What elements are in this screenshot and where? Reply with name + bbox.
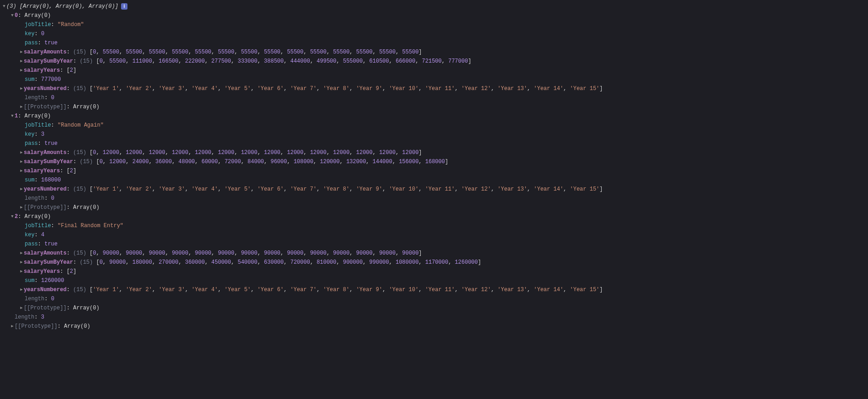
salaryyears-key: salaryYears bbox=[24, 66, 60, 75]
entry-header[interactable]: 0 : Array(0) bbox=[0, 11, 868, 20]
expand-toggle-icon[interactable] bbox=[19, 285, 24, 294]
salaryamounts-count: (15) bbox=[73, 48, 86, 57]
array-entry: 0 : Array(0) jobTitle : "Random" key : 0… bbox=[0, 11, 868, 112]
entry-type: Array(0) bbox=[25, 212, 51, 221]
yearsnumbered-row[interactable]: yearsNumbered : (15) ['Year 1', 'Year 2'… bbox=[0, 185, 868, 194]
yearsnumbered-key: yearsNumbered bbox=[24, 185, 67, 194]
prototype-label: [[Prototype]] bbox=[24, 303, 67, 313]
salarysumbyyear-row[interactable]: salarySumByYear : (15) [0, 90000, 180000… bbox=[0, 258, 868, 267]
salaryamounts-row[interactable]: salaryAmounts : (15) [0, 55500, 55500, 5… bbox=[0, 48, 868, 57]
salaryamounts-value: [0, 12000, 12000, 12000, 12000, 12000, 1… bbox=[90, 148, 422, 157]
pass-row: pass : true bbox=[0, 38, 868, 48]
expand-toggle-icon[interactable] bbox=[10, 322, 15, 331]
salaryyears-row[interactable]: salaryYears : [2] bbox=[0, 267, 868, 276]
salarysumbyyear-row[interactable]: salarySumByYear : (15) [0, 12000, 24000,… bbox=[0, 157, 868, 166]
expand-toggle-icon[interactable] bbox=[10, 112, 15, 121]
length-value: 0 bbox=[51, 194, 54, 203]
prototype-value: Array(0) bbox=[73, 203, 100, 212]
length-label: length bbox=[15, 313, 34, 322]
yearsnumbered-count: (15) bbox=[73, 84, 86, 93]
jobtitle-key: jobTitle bbox=[25, 121, 51, 130]
prototype-label: [[Prototype]] bbox=[24, 203, 67, 212]
entry-prototype-row[interactable]: [[Prototype]] : Array(0) bbox=[0, 203, 868, 212]
entry-header[interactable]: 1 : Array(0) bbox=[0, 112, 868, 121]
entry-index: 2 bbox=[15, 212, 18, 221]
entry-index: 0 bbox=[15, 11, 18, 20]
salarysumbyyear-row[interactable]: salarySumByYear : (15) [0, 55500, 111000… bbox=[0, 57, 868, 66]
sum-key: sum bbox=[25, 75, 35, 84]
salaryyears-key: salaryYears bbox=[24, 267, 60, 276]
expand-toggle-icon[interactable] bbox=[19, 258, 24, 267]
yearsnumbered-count: (15) bbox=[73, 185, 86, 194]
sum-row: sum : 1260000 bbox=[0, 276, 868, 285]
entry-prototype-row[interactable]: [[Prototype]] : Array(0) bbox=[0, 303, 868, 313]
expand-toggle-icon[interactable] bbox=[19, 166, 24, 176]
expand-toggle-icon[interactable] bbox=[19, 84, 24, 93]
expand-toggle-icon[interactable] bbox=[2, 2, 6, 11]
salaryamounts-count: (15) bbox=[73, 249, 86, 258]
key-row: key : 3 bbox=[0, 130, 868, 139]
sum-row: sum : 777000 bbox=[0, 75, 868, 84]
expand-toggle-icon[interactable] bbox=[10, 212, 15, 221]
key-value: 0 bbox=[41, 29, 44, 38]
salarysumbyyear-count: (15) bbox=[79, 157, 93, 166]
prototype-label: [[Prototype]] bbox=[24, 102, 67, 112]
salaryyears-row[interactable]: salaryYears : [2] bbox=[0, 66, 868, 75]
jobtitle-value: "Random Again" bbox=[58, 121, 104, 130]
yearsnumbered-value: ['Year 1', 'Year 2', 'Year 3', 'Year 4',… bbox=[90, 285, 603, 294]
expand-toggle-icon[interactable] bbox=[19, 148, 24, 157]
expand-toggle-icon[interactable] bbox=[19, 303, 24, 313]
salaryyears-row[interactable]: salaryYears : [2] bbox=[0, 166, 868, 176]
salarysumbyyear-key: salarySumByYear bbox=[24, 258, 73, 267]
expand-toggle-icon[interactable] bbox=[10, 11, 15, 20]
expand-toggle-icon[interactable] bbox=[19, 66, 24, 75]
key-key: key bbox=[25, 130, 35, 139]
key-key: key bbox=[25, 29, 35, 38]
expand-toggle-icon[interactable] bbox=[19, 203, 24, 212]
jobtitle-row: jobTitle : "Random" bbox=[0, 20, 868, 29]
info-icon[interactable]: i bbox=[121, 3, 127, 10]
yearsnumbered-row[interactable]: yearsNumbered : (15) ['Year 1', 'Year 2'… bbox=[0, 84, 868, 93]
salarysumbyyear-count: (15) bbox=[79, 258, 93, 267]
expand-toggle-icon[interactable] bbox=[19, 185, 24, 194]
yearsnumbered-value: ['Year 1', 'Year 2', 'Year 3', 'Year 4',… bbox=[90, 185, 603, 194]
salaryyears-value: [2] bbox=[67, 66, 77, 75]
expand-toggle-icon[interactable] bbox=[19, 249, 24, 258]
outer-prototype-row[interactable]: [[Prototype]] : Array(0) bbox=[0, 322, 868, 331]
expand-toggle-icon[interactable] bbox=[19, 57, 24, 66]
jobtitle-row: jobTitle : "Random Again" bbox=[0, 121, 868, 130]
key-row: key : 0 bbox=[0, 29, 868, 38]
salaryamounts-row[interactable]: salaryAmounts : (15) [0, 90000, 90000, 9… bbox=[0, 249, 868, 258]
expand-toggle-icon[interactable] bbox=[19, 267, 24, 276]
salaryamounts-key: salaryAmounts bbox=[24, 249, 67, 258]
salaryamounts-key: salaryAmounts bbox=[24, 48, 67, 57]
pass-key: pass bbox=[25, 239, 38, 249]
sum-key: sum bbox=[25, 176, 35, 185]
prototype-value: Array(0) bbox=[73, 102, 100, 112]
salaryamounts-value: [0, 90000, 90000, 90000, 90000, 90000, 9… bbox=[90, 249, 422, 258]
console-array-header[interactable]: (3) [Array(0), Array(0), Array(0)] i bbox=[0, 2, 868, 11]
jobtitle-key: jobTitle bbox=[25, 221, 51, 230]
entry-type: Array(0) bbox=[25, 112, 51, 121]
salarysumbyyear-count: (15) bbox=[79, 57, 93, 66]
salaryamounts-row[interactable]: salaryAmounts : (15) [0, 12000, 12000, 1… bbox=[0, 148, 868, 157]
jobtitle-value: "Final Random Entry" bbox=[58, 221, 123, 230]
sum-row: sum : 168000 bbox=[0, 176, 868, 185]
expand-toggle-icon[interactable] bbox=[19, 157, 24, 166]
expand-toggle-icon[interactable] bbox=[19, 48, 24, 57]
pass-value: true bbox=[44, 38, 58, 48]
yearsnumbered-row[interactable]: yearsNumbered : (15) ['Year 1', 'Year 2'… bbox=[0, 285, 868, 294]
array-count: (3) bbox=[6, 2, 16, 11]
pass-key: pass bbox=[25, 38, 38, 48]
pass-key: pass bbox=[25, 139, 38, 148]
pass-value: true bbox=[44, 239, 58, 249]
entry-header[interactable]: 2 : Array(0) bbox=[0, 212, 868, 221]
jobtitle-value: "Random" bbox=[58, 20, 84, 29]
expand-toggle-icon[interactable] bbox=[19, 102, 24, 112]
entry-prototype-row[interactable]: [[Prototype]] : Array(0) bbox=[0, 102, 868, 112]
yearsnumbered-count: (15) bbox=[73, 285, 86, 294]
array-summary: [Array(0), Array(0), Array(0)] bbox=[20, 2, 118, 11]
length-value: 0 bbox=[51, 93, 54, 102]
yearsnumbered-key: yearsNumbered bbox=[24, 84, 67, 93]
salarysumbyyear-value: [0, 12000, 24000, 36000, 48000, 60000, 7… bbox=[96, 157, 448, 166]
